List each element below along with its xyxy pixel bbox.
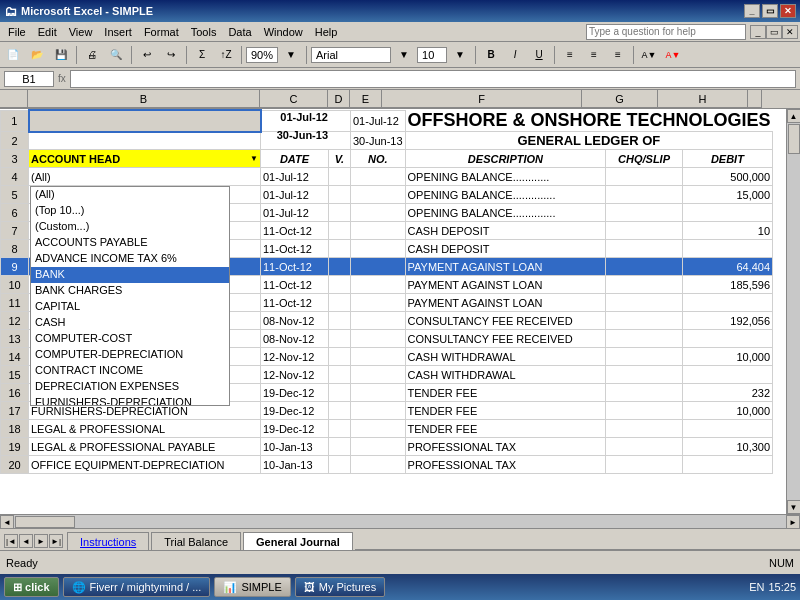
cell-E16[interactable] (351, 384, 406, 402)
cell-C7[interactable]: 11-Oct-12 (261, 222, 329, 240)
cell-E19[interactable] (351, 438, 406, 456)
cell-D10[interactable] (329, 276, 351, 294)
underline-button[interactable]: U (528, 44, 550, 66)
cell-H14[interactable]: 10,000 (682, 348, 772, 366)
dropdown-item-capital[interactable]: CAPITAL (31, 299, 229, 315)
cell-D13[interactable] (329, 330, 351, 348)
cell-H18[interactable] (682, 420, 772, 438)
cell-G9[interactable] (606, 258, 682, 276)
italic-button[interactable]: I (504, 44, 526, 66)
cell-H12[interactable]: 192,056 (682, 312, 772, 330)
cell-C16[interactable]: 19-Dec-12 (261, 384, 329, 402)
redo-button[interactable]: ↪ (160, 44, 182, 66)
cell-E5[interactable] (351, 186, 406, 204)
taskbar-fiverr[interactable]: 🌐 Fiverr / mightymind / ... (63, 577, 211, 597)
dropdown-item-bank-charges[interactable]: BANK CHARGES (31, 283, 229, 299)
cell-C19[interactable]: 10-Jan-13 (261, 438, 329, 456)
cell-H11[interactable] (682, 294, 772, 312)
cell-H7[interactable]: 10 (682, 222, 772, 240)
cell-H3[interactable]: DEBIT (682, 150, 772, 168)
cell-C17[interactable]: 19-Dec-12 (261, 402, 329, 420)
cell-G7[interactable] (606, 222, 682, 240)
cell-D15[interactable] (329, 366, 351, 384)
cell-E10[interactable] (351, 276, 406, 294)
cell-F10[interactable]: PAYMENT AGAINST LOAN (405, 276, 606, 294)
align-center-button[interactable]: ≡ (583, 44, 605, 66)
start-button[interactable]: ⊞ click (4, 577, 59, 597)
col-header-F[interactable]: F (382, 90, 582, 108)
tab-first-button[interactable]: |◄ (4, 534, 18, 548)
scroll-thumb[interactable] (788, 124, 800, 154)
cell-C12[interactable]: 08-Nov-12 (261, 312, 329, 330)
cell-F7[interactable]: CASH DEPOSIT (405, 222, 606, 240)
col-header-G[interactable]: G (582, 90, 658, 108)
tab-instructions[interactable]: Instructions (67, 532, 149, 550)
menu-file[interactable]: File (2, 25, 32, 39)
dropdown-item-cash[interactable]: CASH (31, 315, 229, 331)
cell-H9[interactable]: 64,404 (682, 258, 772, 276)
cell-D7[interactable] (329, 222, 351, 240)
col-header-C[interactable]: C (260, 90, 328, 108)
dropdown-item-bank[interactable]: BANK (31, 267, 229, 283)
cell-B4[interactable]: (All) (29, 168, 261, 186)
col-header-B[interactable]: B (28, 90, 260, 108)
cell-E12[interactable] (351, 312, 406, 330)
cell-C4[interactable]: 01-Jul-12 (261, 168, 329, 186)
save-button[interactable]: 💾 (50, 44, 72, 66)
cell-D16[interactable] (329, 384, 351, 402)
cell-C18[interactable]: 19-Dec-12 (261, 420, 329, 438)
tab-next-button[interactable]: ► (34, 534, 48, 548)
h-scroll-track[interactable] (14, 515, 786, 529)
scroll-left-button[interactable]: ◄ (0, 515, 14, 529)
cell-G6[interactable] (606, 204, 682, 222)
dropdown-item-top10[interactable]: (Top 10...) (31, 203, 229, 219)
taskbar-simple[interactable]: 📊 SIMPLE (214, 577, 290, 597)
cell-E7[interactable] (351, 222, 406, 240)
cell-C20[interactable]: 10-Jan-13 (261, 456, 329, 474)
cell-H6[interactable] (682, 204, 772, 222)
menu-tools[interactable]: Tools (185, 25, 223, 39)
cell-E20[interactable] (351, 456, 406, 474)
taskbar-pictures[interactable]: 🖼 My Pictures (295, 577, 385, 597)
cell-B18[interactable]: LEGAL & PROFESSIONAL (29, 420, 261, 438)
cell-F15[interactable]: CASH WITHDRAWAL (405, 366, 606, 384)
print-button[interactable]: 🖨 (81, 44, 103, 66)
cell-D4[interactable] (329, 168, 351, 186)
cell-G13[interactable] (606, 330, 682, 348)
cell-D18[interactable] (329, 420, 351, 438)
tab-last-button[interactable]: ►| (49, 534, 63, 548)
help-search-input[interactable] (586, 24, 746, 40)
cell-E8[interactable] (351, 240, 406, 258)
cell-H8[interactable] (682, 240, 772, 258)
restore-button[interactable]: ▭ (762, 4, 778, 18)
cell-G15[interactable] (606, 366, 682, 384)
app-restore-button[interactable]: ▭ (766, 25, 782, 39)
scroll-right-button[interactable]: ► (786, 515, 800, 529)
cell-G20[interactable] (606, 456, 682, 474)
dropdown-list[interactable]: (All) (Top 10...) (Custom...) ACCOUNTS P… (30, 186, 230, 406)
dropdown-arrow-icon[interactable]: ▼ (250, 154, 258, 163)
new-button[interactable]: 📄 (2, 44, 24, 66)
cell-F13[interactable]: CONSULTANCY FEE RECEIVED (405, 330, 606, 348)
menu-edit[interactable]: Edit (32, 25, 63, 39)
cell-E17[interactable] (351, 402, 406, 420)
app-close-button[interactable]: ✕ (782, 25, 798, 39)
scroll-track[interactable] (787, 123, 801, 500)
cell-B1[interactable] (29, 110, 261, 132)
cell-H20[interactable] (682, 456, 772, 474)
undo-button[interactable]: ↩ (136, 44, 158, 66)
cell-H17[interactable]: 10,000 (682, 402, 772, 420)
cell-E15[interactable] (351, 366, 406, 384)
cell-F19[interactable]: PROFESSIONAL TAX (405, 438, 606, 456)
bold-button[interactable]: B (480, 44, 502, 66)
autosum-button[interactable]: Σ (191, 44, 213, 66)
tab-prev-button[interactable]: ◄ (19, 534, 33, 548)
cell-F14[interactable]: CASH WITHDRAWAL (405, 348, 606, 366)
dropdown-item-computer-depreciation[interactable]: COMPUTER-DEPRECIATION (31, 347, 229, 363)
cell-C13[interactable]: 08-Nov-12 (261, 330, 329, 348)
cell-E4[interactable] (351, 168, 406, 186)
cell-H16[interactable]: 232 (682, 384, 772, 402)
dropdown-item-contract-income[interactable]: CONTRACT INCOME (31, 363, 229, 379)
menu-insert[interactable]: Insert (98, 25, 138, 39)
cell-G16[interactable] (606, 384, 682, 402)
